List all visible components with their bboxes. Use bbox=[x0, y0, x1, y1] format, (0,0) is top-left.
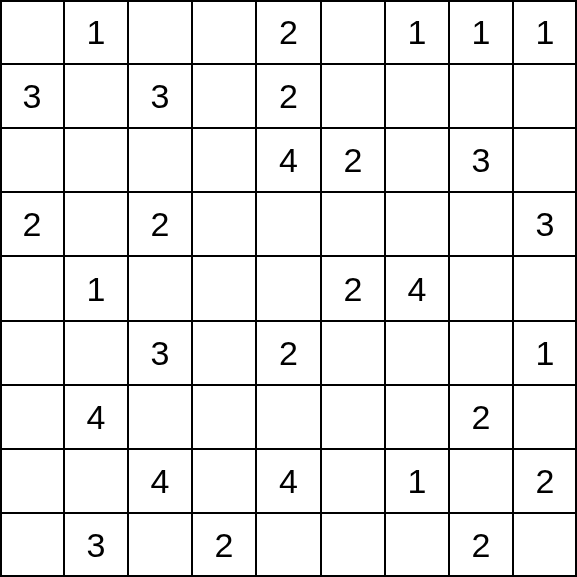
grid-cell[interactable] bbox=[385, 385, 449, 449]
grid-cell[interactable] bbox=[128, 385, 192, 449]
cell-value: 1 bbox=[408, 15, 427, 49]
cell-value: 3 bbox=[151, 336, 170, 370]
grid-cell[interactable] bbox=[128, 128, 192, 192]
grid-cell[interactable] bbox=[321, 64, 385, 128]
grid-cell[interactable] bbox=[449, 192, 513, 256]
grid-cell[interactable]: 2 bbox=[0, 192, 64, 256]
cell-value: 1 bbox=[536, 15, 555, 49]
grid-cell[interactable] bbox=[0, 256, 64, 321]
cell-value: 2 bbox=[344, 272, 363, 306]
cell-value: 2 bbox=[472, 400, 491, 434]
grid-cell[interactable]: 4 bbox=[256, 449, 321, 513]
cell-value: 1 bbox=[87, 272, 106, 306]
grid-cell[interactable]: 2 bbox=[128, 192, 192, 256]
grid-cell[interactable]: 1 bbox=[513, 321, 577, 385]
grid-cell[interactable] bbox=[64, 449, 128, 513]
grid-cell[interactable]: 2 bbox=[321, 128, 385, 192]
grid-cell[interactable] bbox=[64, 192, 128, 256]
grid-cell[interactable] bbox=[256, 192, 321, 256]
grid-cell[interactable] bbox=[192, 0, 256, 64]
cell-value: 3 bbox=[87, 528, 106, 562]
grid-cell[interactable]: 2 bbox=[192, 513, 256, 577]
grid-cell[interactable] bbox=[128, 513, 192, 577]
grid-cell[interactable]: 1 bbox=[64, 256, 128, 321]
grid-cell[interactable]: 4 bbox=[385, 256, 449, 321]
cell-value: 4 bbox=[279, 464, 298, 498]
grid-cell[interactable]: 3 bbox=[128, 321, 192, 385]
grid-cell[interactable] bbox=[385, 64, 449, 128]
cell-value: 2 bbox=[279, 79, 298, 113]
cell-value: 3 bbox=[472, 143, 491, 177]
grid-cell[interactable]: 1 bbox=[385, 449, 449, 513]
grid-cell[interactable] bbox=[321, 449, 385, 513]
grid-cell[interactable] bbox=[321, 513, 385, 577]
grid-cell[interactable] bbox=[256, 385, 321, 449]
grid-cell[interactable] bbox=[192, 128, 256, 192]
grid-cell[interactable] bbox=[321, 0, 385, 64]
grid-cell[interactable] bbox=[0, 449, 64, 513]
grid-cell[interactable] bbox=[192, 321, 256, 385]
grid-cell[interactable] bbox=[449, 321, 513, 385]
grid-cell[interactable] bbox=[128, 256, 192, 321]
grid-cell[interactable] bbox=[0, 321, 64, 385]
grid-cell[interactable] bbox=[256, 513, 321, 577]
grid-cell[interactable] bbox=[321, 385, 385, 449]
grid-cell[interactable]: 2 bbox=[256, 321, 321, 385]
cell-value: 2 bbox=[472, 528, 491, 562]
grid-cell[interactable] bbox=[385, 321, 449, 385]
grid-cell[interactable]: 2 bbox=[256, 0, 321, 64]
grid-cell[interactable]: 4 bbox=[128, 449, 192, 513]
cell-value: 1 bbox=[536, 336, 555, 370]
grid-cell[interactable] bbox=[0, 128, 64, 192]
grid-cell[interactable] bbox=[64, 321, 128, 385]
grid-cell[interactable] bbox=[192, 449, 256, 513]
grid-cell[interactable] bbox=[449, 449, 513, 513]
grid-cell[interactable] bbox=[513, 64, 577, 128]
grid-cell[interactable] bbox=[0, 385, 64, 449]
grid-cell[interactable]: 2 bbox=[321, 256, 385, 321]
grid-cell[interactable] bbox=[385, 192, 449, 256]
grid-cell[interactable]: 1 bbox=[64, 0, 128, 64]
cell-value: 4 bbox=[87, 400, 106, 434]
grid-cell[interactable] bbox=[0, 513, 64, 577]
grid-cell[interactable] bbox=[192, 64, 256, 128]
grid-cell[interactable] bbox=[64, 128, 128, 192]
grid-cell[interactable]: 1 bbox=[449, 0, 513, 64]
grid-cell[interactable]: 2 bbox=[256, 64, 321, 128]
grid-cell[interactable]: 3 bbox=[513, 192, 577, 256]
grid-cell[interactable] bbox=[513, 513, 577, 577]
grid-cell[interactable] bbox=[128, 0, 192, 64]
cell-value: 2 bbox=[215, 528, 234, 562]
grid-cell[interactable] bbox=[513, 385, 577, 449]
grid-cell[interactable] bbox=[449, 256, 513, 321]
cell-value: 3 bbox=[151, 79, 170, 113]
grid-cell[interactable] bbox=[513, 128, 577, 192]
grid-cell[interactable]: 3 bbox=[0, 64, 64, 128]
grid-cell[interactable] bbox=[192, 256, 256, 321]
grid-cell[interactable] bbox=[256, 256, 321, 321]
grid-cell[interactable]: 2 bbox=[513, 449, 577, 513]
grid-cell[interactable]: 3 bbox=[64, 513, 128, 577]
cell-value: 2 bbox=[536, 464, 555, 498]
grid-cell[interactable]: 2 bbox=[449, 513, 513, 577]
grid-cell[interactable]: 3 bbox=[449, 128, 513, 192]
grid-cell[interactable] bbox=[192, 192, 256, 256]
grid-cell[interactable]: 4 bbox=[64, 385, 128, 449]
grid-cell[interactable] bbox=[449, 64, 513, 128]
cell-value: 3 bbox=[23, 79, 42, 113]
grid-cell[interactable] bbox=[64, 64, 128, 128]
grid-cell[interactable]: 2 bbox=[449, 385, 513, 449]
grid-cell[interactable] bbox=[321, 321, 385, 385]
cell-value: 4 bbox=[408, 272, 427, 306]
grid-cell[interactable] bbox=[192, 385, 256, 449]
grid-cell[interactable] bbox=[513, 256, 577, 321]
grid-cell[interactable] bbox=[385, 128, 449, 192]
grid-cell[interactable] bbox=[385, 513, 449, 577]
grid-cell[interactable]: 4 bbox=[256, 128, 321, 192]
cell-value: 1 bbox=[408, 464, 427, 498]
grid-cell[interactable] bbox=[0, 0, 64, 64]
grid-cell[interactable]: 1 bbox=[385, 0, 449, 64]
grid-cell[interactable]: 3 bbox=[128, 64, 192, 128]
grid-cell[interactable] bbox=[321, 192, 385, 256]
grid-cell[interactable]: 1 bbox=[513, 0, 577, 64]
